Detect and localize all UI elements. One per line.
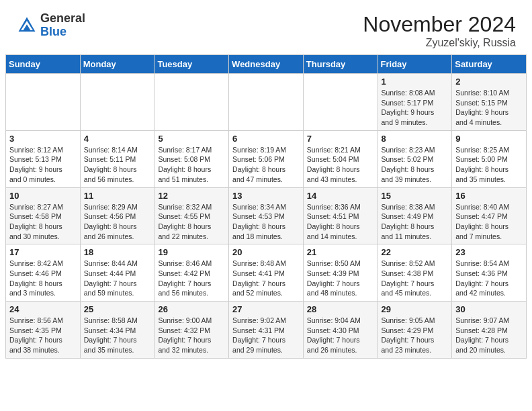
day-number: 14 bbox=[307, 191, 374, 201]
calendar-cell: 7Sunrise: 8:21 AM Sunset: 5:04 PM Daylig… bbox=[303, 130, 378, 187]
day-info: Sunrise: 8:25 AM Sunset: 5:00 PM Dayligh… bbox=[455, 145, 523, 185]
day-number: 20 bbox=[232, 247, 300, 257]
calendar-cell: 23Sunrise: 8:54 AM Sunset: 4:36 PM Dayli… bbox=[452, 244, 527, 302]
day-number: 30 bbox=[455, 304, 523, 314]
day-info: Sunrise: 8:27 AM Sunset: 4:58 PM Dayligh… bbox=[9, 202, 77, 242]
header-row: Sunday Monday Tuesday Wednesday Thursday… bbox=[6, 55, 527, 74]
calendar-cell: 14Sunrise: 8:36 AM Sunset: 4:51 PM Dayli… bbox=[303, 187, 378, 244]
day-info: Sunrise: 8:48 AM Sunset: 4:41 PM Dayligh… bbox=[232, 259, 300, 298]
day-info: Sunrise: 8:46 AM Sunset: 4:42 PM Dayligh… bbox=[158, 259, 225, 298]
day-info: Sunrise: 8:44 AM Sunset: 4:44 PM Dayligh… bbox=[84, 259, 151, 298]
calendar-cell: 13Sunrise: 8:34 AM Sunset: 4:53 PM Dayli… bbox=[229, 187, 304, 244]
calendar-cell: 8Sunrise: 8:23 AM Sunset: 5:02 PM Daylig… bbox=[378, 130, 452, 187]
day-number: 24 bbox=[9, 304, 77, 314]
calendar-cell: 26Sunrise: 9:00 AM Sunset: 4:32 PM Dayli… bbox=[154, 302, 229, 359]
header-tuesday: Tuesday bbox=[154, 55, 229, 74]
calendar-cell: 10Sunrise: 8:27 AM Sunset: 4:58 PM Dayli… bbox=[6, 187, 81, 244]
calendar-cell: 24Sunrise: 8:56 AM Sunset: 4:35 PM Dayli… bbox=[6, 302, 81, 359]
day-info: Sunrise: 8:08 AM Sunset: 5:17 PM Dayligh… bbox=[382, 88, 449, 128]
day-number: 10 bbox=[9, 191, 77, 201]
day-number: 13 bbox=[232, 191, 300, 201]
day-number: 22 bbox=[382, 247, 449, 257]
calendar-week-1: 1Sunrise: 8:08 AM Sunset: 5:17 PM Daylig… bbox=[6, 74, 527, 131]
day-info: Sunrise: 8:38 AM Sunset: 4:49 PM Dayligh… bbox=[382, 202, 449, 242]
location: Zyuzel'skiy, Russia bbox=[363, 37, 516, 49]
header-monday: Monday bbox=[80, 55, 154, 74]
day-info: Sunrise: 9:05 AM Sunset: 4:29 PM Dayligh… bbox=[382, 316, 449, 355]
day-number: 19 bbox=[158, 247, 225, 257]
calendar-cell: 29Sunrise: 9:05 AM Sunset: 4:29 PM Dayli… bbox=[378, 302, 452, 359]
day-info: Sunrise: 8:10 AM Sunset: 5:15 PM Dayligh… bbox=[455, 88, 523, 128]
day-number: 27 bbox=[232, 304, 300, 314]
calendar-cell bbox=[229, 74, 304, 131]
day-number: 17 bbox=[9, 247, 77, 257]
calendar-cell: 21Sunrise: 8:50 AM Sunset: 4:39 PM Dayli… bbox=[303, 244, 378, 302]
calendar-cell: 11Sunrise: 8:29 AM Sunset: 4:56 PM Dayli… bbox=[80, 187, 154, 244]
day-number: 6 bbox=[232, 134, 300, 144]
day-number: 8 bbox=[382, 134, 449, 144]
page-header: General Blue November 2024 Zyuzel'skiy, … bbox=[0, 0, 532, 54]
day-number: 9 bbox=[455, 134, 523, 144]
calendar-body: 1Sunrise: 8:08 AM Sunset: 5:17 PM Daylig… bbox=[6, 74, 527, 359]
day-info: Sunrise: 8:34 AM Sunset: 4:53 PM Dayligh… bbox=[232, 202, 300, 242]
day-number: 5 bbox=[158, 134, 225, 144]
day-info: Sunrise: 8:19 AM Sunset: 5:06 PM Dayligh… bbox=[232, 145, 300, 185]
day-info: Sunrise: 9:00 AM Sunset: 4:32 PM Dayligh… bbox=[158, 316, 225, 355]
day-number: 7 bbox=[307, 134, 374, 144]
calendar-cell: 25Sunrise: 8:58 AM Sunset: 4:34 PM Dayli… bbox=[80, 302, 154, 359]
day-info: Sunrise: 9:02 AM Sunset: 4:31 PM Dayligh… bbox=[232, 316, 300, 355]
calendar-cell: 2Sunrise: 8:10 AM Sunset: 5:15 PM Daylig… bbox=[452, 74, 527, 131]
calendar-cell: 4Sunrise: 8:14 AM Sunset: 5:11 PM Daylig… bbox=[80, 130, 154, 187]
day-info: Sunrise: 8:17 AM Sunset: 5:08 PM Dayligh… bbox=[158, 145, 225, 185]
logo-blue-text: Blue bbox=[40, 26, 85, 39]
calendar-cell: 20Sunrise: 8:48 AM Sunset: 4:41 PM Dayli… bbox=[229, 244, 304, 302]
logo: General Blue bbox=[16, 12, 85, 39]
logo-icon bbox=[16, 15, 38, 36]
day-number: 11 bbox=[84, 191, 151, 201]
header-friday: Friday bbox=[378, 55, 452, 74]
calendar-cell: 22Sunrise: 8:52 AM Sunset: 4:38 PM Dayli… bbox=[378, 244, 452, 302]
day-info: Sunrise: 8:21 AM Sunset: 5:04 PM Dayligh… bbox=[307, 145, 374, 185]
day-number: 1 bbox=[382, 77, 449, 87]
title-block: November 2024 Zyuzel'skiy, Russia bbox=[363, 12, 516, 49]
day-info: Sunrise: 9:07 AM Sunset: 4:28 PM Dayligh… bbox=[455, 316, 523, 355]
day-info: Sunrise: 8:14 AM Sunset: 5:11 PM Dayligh… bbox=[84, 145, 151, 185]
header-wednesday: Wednesday bbox=[229, 55, 304, 74]
calendar-cell bbox=[303, 74, 378, 131]
header-saturday: Saturday bbox=[452, 55, 527, 74]
logo-text: General Blue bbox=[40, 12, 85, 39]
calendar-cell: 12Sunrise: 8:32 AM Sunset: 4:55 PM Dayli… bbox=[154, 187, 229, 244]
calendar-cell bbox=[6, 74, 81, 131]
calendar-cell: 16Sunrise: 8:40 AM Sunset: 4:47 PM Dayli… bbox=[452, 187, 527, 244]
calendar-cell: 5Sunrise: 8:17 AM Sunset: 5:08 PM Daylig… bbox=[154, 130, 229, 187]
calendar-header: Sunday Monday Tuesday Wednesday Thursday… bbox=[6, 55, 527, 74]
calendar-cell: 3Sunrise: 8:12 AM Sunset: 5:13 PM Daylig… bbox=[6, 130, 81, 187]
calendar-cell: 19Sunrise: 8:46 AM Sunset: 4:42 PM Dayli… bbox=[154, 244, 229, 302]
day-info: Sunrise: 8:52 AM Sunset: 4:38 PM Dayligh… bbox=[382, 259, 449, 298]
month-title: November 2024 bbox=[363, 12, 516, 37]
day-info: Sunrise: 8:36 AM Sunset: 4:51 PM Dayligh… bbox=[307, 202, 374, 242]
day-info: Sunrise: 8:42 AM Sunset: 4:46 PM Dayligh… bbox=[9, 259, 77, 298]
day-number: 23 bbox=[455, 247, 523, 257]
day-info: Sunrise: 8:40 AM Sunset: 4:47 PM Dayligh… bbox=[455, 202, 523, 242]
calendar-cell: 9Sunrise: 8:25 AM Sunset: 5:00 PM Daylig… bbox=[452, 130, 527, 187]
day-number: 25 bbox=[84, 304, 151, 314]
calendar-cell: 27Sunrise: 9:02 AM Sunset: 4:31 PM Dayli… bbox=[229, 302, 304, 359]
day-info: Sunrise: 8:12 AM Sunset: 5:13 PM Dayligh… bbox=[9, 145, 77, 185]
calendar-cell: 28Sunrise: 9:04 AM Sunset: 4:30 PM Dayli… bbox=[303, 302, 378, 359]
calendar-week-5: 24Sunrise: 8:56 AM Sunset: 4:35 PM Dayli… bbox=[6, 302, 527, 359]
day-number: 3 bbox=[9, 134, 77, 144]
logo-general-text: General bbox=[40, 12, 85, 26]
day-info: Sunrise: 8:50 AM Sunset: 4:39 PM Dayligh… bbox=[307, 259, 374, 298]
day-info: Sunrise: 8:23 AM Sunset: 5:02 PM Dayligh… bbox=[382, 145, 449, 185]
day-number: 15 bbox=[382, 191, 449, 201]
day-number: 18 bbox=[84, 247, 151, 257]
calendar-cell: 17Sunrise: 8:42 AM Sunset: 4:46 PM Dayli… bbox=[6, 244, 81, 302]
day-number: 28 bbox=[307, 304, 374, 314]
day-number: 12 bbox=[158, 191, 225, 201]
header-thursday: Thursday bbox=[303, 55, 378, 74]
day-number: 2 bbox=[455, 77, 523, 87]
day-info: Sunrise: 8:54 AM Sunset: 4:36 PM Dayligh… bbox=[455, 259, 523, 298]
day-info: Sunrise: 8:58 AM Sunset: 4:34 PM Dayligh… bbox=[84, 316, 151, 355]
day-number: 16 bbox=[455, 191, 523, 201]
